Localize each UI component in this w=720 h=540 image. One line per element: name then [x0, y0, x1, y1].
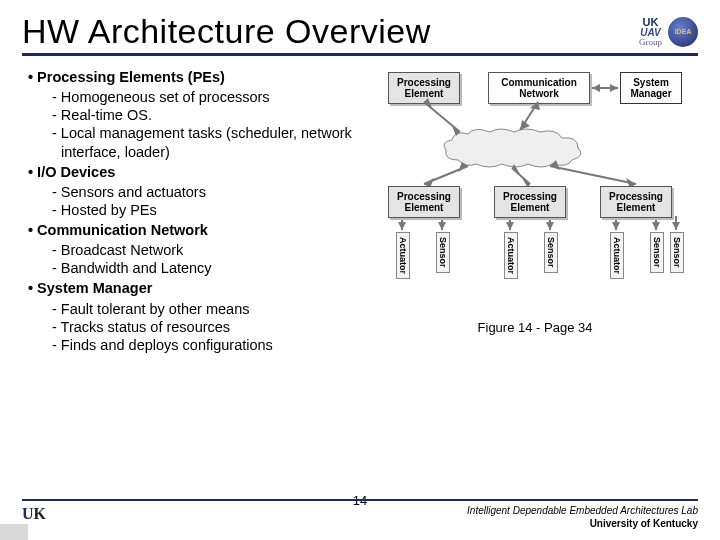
uk-uav-logo: UK UAV Group	[639, 17, 662, 47]
corner-decoration	[0, 524, 28, 540]
diagram-actuator-label: Actuator	[396, 232, 410, 279]
footer-rule	[22, 499, 698, 501]
diagram-sensor-label: Sensor	[670, 232, 684, 273]
footer-lab-text: Intelligent Dependable Embedded Architec…	[467, 505, 698, 530]
pe-item: Real-time OS.	[52, 106, 362, 124]
svg-line-0	[424, 102, 460, 132]
svg-marker-31	[672, 222, 680, 230]
svg-marker-17	[550, 160, 560, 170]
sm-item: Fault tolerant by other means	[52, 300, 362, 318]
io-item: Sensors and actuators	[52, 183, 362, 201]
diagram-pe-box: Processing Element	[494, 186, 566, 218]
idea-logo: IDEA	[668, 17, 698, 47]
logo-group: UK UAV Group IDEA	[639, 17, 698, 47]
svg-marker-5	[530, 102, 540, 110]
cn-item: Bandwidth and Latency	[52, 259, 362, 277]
diagram-sensor-label: Sensor	[544, 232, 558, 273]
diagram-actuator-label: Actuator	[610, 232, 624, 279]
svg-marker-29	[652, 222, 660, 230]
heading-pe: Processing Elements (PEs)	[28, 68, 362, 86]
svg-line-12	[512, 168, 530, 184]
svg-line-15	[550, 166, 636, 184]
diagram-sensor-label: Sensor	[436, 232, 450, 273]
heading-cn: Communication Network	[28, 221, 362, 239]
slide-footer: UK Intelligent Dependable Embedded Archi…	[22, 499, 698, 530]
svg-marker-25	[546, 222, 554, 230]
diagram-panel: Processing Element Communication Network…	[372, 66, 698, 532]
title-bar: HW Architecture Overview UK UAV Group ID…	[22, 12, 698, 56]
svg-marker-19	[398, 222, 406, 230]
heading-io: I/O Devices	[28, 163, 362, 181]
architecture-diagram: Processing Element Communication Network…	[380, 66, 690, 296]
diagram-arrows	[380, 66, 690, 296]
figure-caption: Figure 14 - Page 34	[478, 320, 593, 335]
sm-item: Tracks status of resources	[52, 318, 362, 336]
heading-sm: System Manager	[28, 279, 362, 297]
footer-uk-logo: UK	[22, 505, 46, 523]
slide-title: HW Architecture Overview	[22, 12, 431, 51]
diagram-pe-box: Processing Element	[388, 186, 460, 218]
io-item: Hosted by PEs	[52, 201, 362, 219]
svg-marker-21	[438, 222, 446, 230]
bullet-content: Processing Elements (PEs) Homogeneous se…	[22, 66, 362, 532]
cn-item: Broadcast Network	[52, 241, 362, 259]
pe-item: Local management tasks (scheduler, netwo…	[52, 124, 362, 160]
diagram-actuator-label: Actuator	[504, 232, 518, 279]
diagram-sensor-label: Sensor	[650, 232, 664, 273]
diagram-pe-box: Processing Element	[600, 186, 672, 218]
sm-item: Finds and deploys configurations	[52, 336, 362, 354]
svg-marker-23	[506, 222, 514, 230]
pe-item: Homogeneous set of processors	[52, 88, 362, 106]
svg-marker-27	[612, 222, 620, 230]
svg-marker-7	[610, 84, 618, 92]
svg-marker-8	[592, 84, 600, 92]
